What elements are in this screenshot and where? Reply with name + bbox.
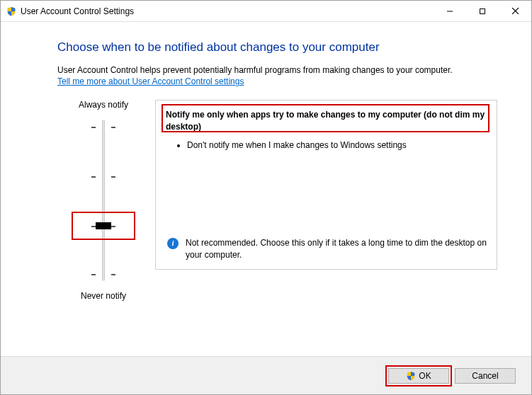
slider-column: Always notify Never notify (57, 100, 149, 301)
svg-rect-1 (480, 8, 485, 13)
shield-icon (406, 371, 416, 381)
shield-icon (6, 6, 16, 16)
window-controls (434, 1, 531, 21)
slider-tick (111, 226, 115, 227)
slider-label-top: Always notify (79, 100, 128, 110)
window-title: User Account Control Settings (21, 6, 134, 16)
info-icon: i (167, 238, 179, 249)
slider-tick (91, 127, 96, 128)
info-footer: i Not recommended. Choose this only if i… (166, 237, 487, 261)
page-title: Choose when to be notified about changes… (57, 40, 497, 55)
button-row: OK Cancel (1, 356, 531, 394)
body-row: Always notify Never notify (57, 100, 497, 301)
slider-thumb[interactable] (96, 222, 111, 229)
slider-track (102, 120, 105, 281)
uac-settings-window: User Account Control Settings Choose whe… (0, 0, 532, 395)
ok-button-label: OK (419, 371, 431, 381)
info-bullet: Don't notify me when I make changes to W… (187, 139, 487, 151)
notification-slider[interactable] (72, 120, 135, 281)
slider-tick (111, 127, 115, 128)
intro-block: User Account Control helps prevent poten… (57, 64, 497, 87)
slider-tick (111, 176, 115, 178)
close-button[interactable] (499, 1, 531, 21)
intro-text: User Account Control helps prevent poten… (57, 65, 453, 75)
ok-button[interactable]: OK (388, 368, 449, 384)
maximize-button[interactable] (466, 1, 499, 21)
cancel-button-label: Cancel (472, 371, 498, 381)
content-area: Choose when to be notified about changes… (1, 22, 531, 356)
info-panel: Notify me only when apps try to make cha… (155, 100, 497, 270)
info-bullets: Don't notify me when I make changes to W… (166, 139, 487, 151)
info-footer-text: Not recommended. Choose this only if it … (186, 237, 487, 261)
titlebar: User Account Control Settings (1, 1, 531, 22)
info-heading: Notify me only when apps try to make cha… (166, 109, 487, 132)
cancel-button[interactable]: Cancel (455, 368, 516, 384)
slider-tick (91, 176, 96, 178)
slider-tick (111, 274, 115, 275)
minimize-button[interactable] (434, 1, 466, 21)
help-link[interactable]: Tell me more about User Account Control … (57, 76, 244, 86)
slider-tick (91, 274, 96, 275)
slider-label-bottom: Never notify (81, 291, 126, 301)
